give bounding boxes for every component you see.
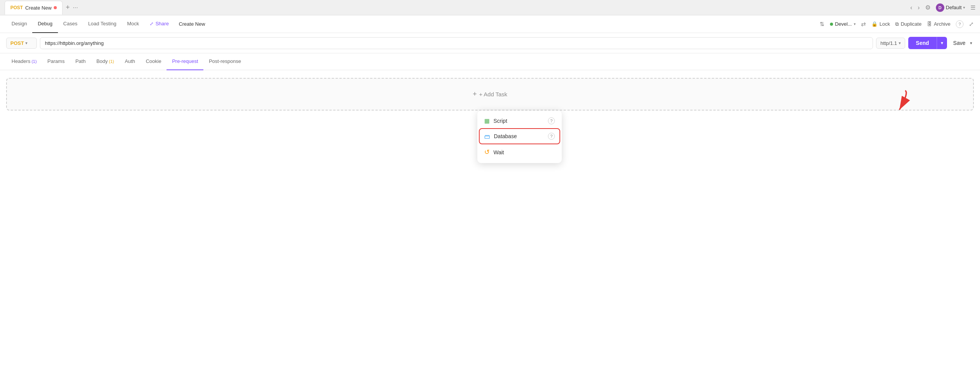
red-arrow-indicator [873,89,911,120]
plus-icon: + [473,90,477,98]
tab-share[interactable]: ⤢ Share [144,15,174,33]
sub-tab-cookie[interactable]: Cookie [140,53,167,70]
profile-section[interactable]: D Default ▾ [936,3,965,12]
content-area: + + Add Task ▦ Script ? 🗃 [0,70,980,224]
sub-tabs: Headers (1) Params Path Body (1) Auth Co… [0,53,980,70]
wait-label: Wait [493,149,504,155]
add-task-button[interactable]: + + Add Task [473,90,507,98]
sub-tab-postresponse[interactable]: Post-response [203,53,246,70]
save-dropdown-button[interactable]: ▾ [968,38,974,48]
sub-tab-headers[interactable]: Headers (1) [6,53,42,70]
archive-btn[interactable]: 🗄 Archive [927,21,950,27]
main-toolbar: Design Debug Cases Load Testing Mock ⤢ S… [0,15,980,33]
send-btn-group: Send ▾ [908,37,947,49]
duplicate-btn[interactable]: ⧉ Duplicate [895,21,921,27]
http-version-label: http/1.1 [880,40,897,46]
new-tab-icon[interactable]: + [66,3,70,12]
env-name: Devel... [835,21,852,27]
database-help-icon[interactable]: ? [548,133,555,140]
compare-icon[interactable]: ⇄ [861,21,866,28]
page-title: Create New [176,21,820,27]
lock-btn[interactable]: 🔒 Lock [871,21,890,27]
task-dropdown-menu: ▦ Script ? 🗃 Database ? ↺ Wait [477,111,562,163]
share-icon: ⤢ [150,21,153,26]
script-help-icon[interactable]: ? [548,117,555,124]
http-version-selector[interactable]: http/1.1 ▾ [876,38,905,49]
browser-tab-bar: POST Create New + ··· ‹ › ⚙ D Default ▾ … [0,0,980,15]
filter-icon[interactable]: ⇅ [820,21,825,28]
tab-design[interactable]: Design [6,15,32,33]
dropdown-item-database[interactable]: 🗃 Database ? [480,129,559,144]
wait-icon: ↺ [484,148,490,156]
tab-unsaved-dot [54,6,57,9]
browser-tab[interactable]: POST Create New [5,1,63,15]
help-icon[interactable]: ? [956,20,964,28]
resize-icon[interactable]: ⤢ [969,21,974,28]
env-chevron-icon: ▾ [854,22,856,26]
settings-icon[interactable]: ⚙ [925,4,931,11]
toolbar-right: ⇅ Devel... ▾ ⇄ 🔒 Lock ⧉ Duplicate 🗄 Arch… [820,20,974,28]
save-button[interactable]: Save [950,38,968,48]
sub-tab-prerequest[interactable]: Pre-request [167,53,203,70]
database-icon: 🗃 [484,133,490,140]
forward-icon[interactable]: › [917,4,919,11]
tab-mock[interactable]: Mock [122,15,144,33]
tab-debug[interactable]: Debug [32,15,58,33]
lock-icon: 🔒 [871,21,878,27]
env-selector[interactable]: Devel... ▾ [830,21,856,27]
profile-name: Default [946,5,962,10]
method-selector[interactable]: POST ▾ [6,38,37,49]
method-label: POST [10,40,24,46]
more-tabs-icon[interactable]: ··· [73,4,78,11]
database-label: Database [494,133,517,139]
env-status-dot [830,23,833,26]
tab-method-badge: POST [10,5,23,10]
script-icon: ▦ [484,117,490,124]
sub-tab-path[interactable]: Path [70,53,91,70]
url-bar: POST ▾ http/1.1 ▾ Send ▾ Save ▾ [0,33,980,53]
sub-tab-params[interactable]: Params [42,53,70,70]
sub-tab-auth[interactable]: Auth [119,53,140,70]
save-btn-group: Save ▾ [950,38,974,48]
send-button[interactable]: Send [908,37,937,49]
dropdown-item-wait[interactable]: ↺ Wait [477,144,562,160]
tab-cases[interactable]: Cases [58,15,83,33]
add-task-label: + Add Task [479,91,507,97]
archive-icon: 🗄 [927,21,932,27]
back-icon[interactable]: ‹ [910,4,912,11]
profile-avatar: D [936,3,944,12]
http-version-chevron-icon: ▾ [899,41,901,46]
sidebar-toggle-icon[interactable]: ☰ [970,4,975,11]
method-chevron-icon: ▾ [25,41,28,46]
tab-load-testing[interactable]: Load Testing [83,15,122,33]
dropdown-item-script[interactable]: ▦ Script ? [477,114,562,128]
tab-title: Create New [25,5,52,11]
browser-nav-icons: ‹ › ⚙ D Default ▾ ☰ [910,3,975,12]
profile-chevron-icon: ▾ [963,5,965,10]
add-task-area[interactable]: + + Add Task [6,78,974,111]
send-dropdown-button[interactable]: ▾ [937,37,947,49]
sub-tab-body[interactable]: Body (1) [91,53,119,70]
script-label: Script [493,118,507,124]
url-input[interactable] [40,37,873,49]
duplicate-icon: ⧉ [895,21,899,27]
